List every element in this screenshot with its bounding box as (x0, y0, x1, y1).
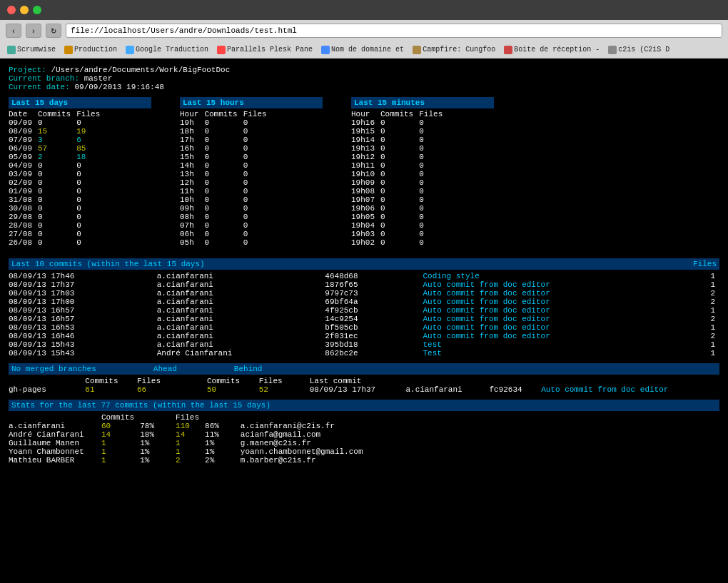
minimize-button[interactable] (20, 6, 29, 14)
table-row: 03/0900 (9, 170, 106, 178)
last-15-hours-header: Last 15 hours (180, 97, 323, 108)
table-row: gh-pages 61 66 50 52 08/09/13 17h37 a.ci… (9, 385, 719, 394)
close-button[interactable] (7, 6, 16, 14)
campfire-icon (413, 46, 421, 54)
branches-section-header: No merged branches Ahead Behind (9, 363, 719, 375)
table-row: 08/09/13 15h43 a.cianfarani 395bd18 test… (9, 340, 719, 349)
branches-ahead-label: Ahead (153, 365, 177, 373)
table-row: 08/09/13 17h46 a.cianfarani 4648d68 Codi… (9, 272, 719, 280)
titlebar (0, 0, 728, 20)
bookmarks-bar: Scrumwise Production Google Traduction P… (0, 41, 728, 59)
table-row: 12h00 (180, 178, 273, 187)
date-label: Current date: (9, 83, 70, 91)
table-row: 10h00 (180, 196, 273, 204)
branches-table: Commits Files Commits Files Last commit … (9, 377, 719, 394)
table-row: 19h0300 (351, 230, 448, 238)
stats-authors-section: Stats for the last 77 commits (within th… (9, 400, 719, 465)
table-row: 26/0800 (9, 238, 106, 247)
forward-button[interactable]: › (26, 24, 41, 38)
table-row: 18h00 (180, 127, 273, 136)
branch-label: Current branch: (9, 74, 79, 83)
branch-name: master (84, 74, 113, 83)
table-row: Guillaume Manen 1 1% 1 1% g.manen@c2is.f… (9, 439, 369, 447)
table-row: 19h0700 (351, 196, 448, 204)
scrumwise-icon (7, 46, 16, 54)
table-row: 19h1200 (351, 153, 448, 161)
table-row: 19h0900 (351, 178, 448, 187)
google-traduction-icon (126, 46, 134, 54)
table-row: 19h1400 (351, 136, 448, 144)
parallels-icon (217, 46, 226, 54)
table-row: 19h1600 (351, 118, 448, 127)
table-row: 08/09/13 16h57 a.cianfarani 4f925cb Auto… (9, 306, 719, 315)
table-row: 13h00 (180, 170, 273, 178)
table-row: 17h00 (180, 136, 273, 144)
table-row: 19h1100 (351, 161, 448, 170)
commits-section-header: Last 10 commits (within the last 15 days… (9, 258, 719, 270)
branches-col-header-row: Commits Files Commits Files Last commit (9, 377, 719, 385)
table-row: 29/0800 (9, 213, 106, 221)
back-button[interactable]: ‹ (6, 24, 21, 38)
commits-title: Last 10 commits (within the last 15 days… (11, 260, 205, 268)
table-row: 31/0800 (9, 196, 106, 204)
bookmark-google-traduction[interactable]: Google Traduction (123, 45, 211, 55)
table-row: 08/09/13 16h53 a.cianfarani bf505cb Auto… (9, 323, 719, 332)
last-15-days-table: Last 15 days Date Commits Files 09/0900 … (9, 97, 151, 247)
table-row: 19h1000 (351, 170, 448, 178)
table-row: Yoann Chambonnet 1 1% 1 1% yoann.chambon… (9, 447, 369, 456)
table-row: Mathieu BARBER 1 1% 2 2% m.barber@c2is.f… (9, 456, 369, 465)
bookmark-campfire[interactable]: Campfire: Cungfoo (410, 45, 498, 55)
table-row: 19h0600 (351, 204, 448, 213)
table-row: André Cianfarani 14 18% 14 11% acianfa@g… (9, 430, 369, 439)
hours-hour-col: Hour (180, 110, 204, 118)
table-row: 19h0400 (351, 221, 448, 230)
table-row: 08/09/13 17h00 a.cianfarani 69bf64a Auto… (9, 298, 719, 306)
bookmark-production[interactable]: Production (61, 45, 120, 55)
table-row: 19h1300 (351, 144, 448, 153)
table-row: 28/0800 (9, 221, 106, 230)
table-row: 19h0200 (351, 238, 448, 247)
table-row: 30/0800 (9, 204, 106, 213)
address-bar[interactable] (66, 24, 722, 38)
last-15-days-header: Last 15 days (9, 97, 151, 108)
domaine-icon (321, 46, 330, 54)
table-row: 05/09218 (9, 153, 106, 161)
last-15-minutes-header: Last 15 minutes (351, 97, 494, 108)
authors-col-header-row: Commits Files (9, 413, 369, 422)
last-15-minutes-table: Last 15 minutes Hour Commits Files 19h16… (351, 97, 494, 247)
maximize-button[interactable] (33, 6, 41, 14)
project-path: /Users/andre/Documents/Work/BigFootDoc (51, 66, 230, 74)
stats-grid: Last 15 days Date Commits Files 09/0900 … (9, 97, 719, 247)
project-info: Project: /Users/andre/Documents/Work/Big… (9, 66, 719, 91)
last-15-hours-table: Last 15 hours Hour Commits Files 19h00 1… (180, 97, 323, 247)
bookmark-domaine[interactable]: Nom de domaine et (318, 45, 407, 55)
table-row: 14h00 (180, 161, 273, 170)
commits-section: Last 10 commits (within the last 15 days… (9, 258, 719, 358)
browser-toolbar: ‹ › ↻ (0, 20, 728, 41)
table-row: 11h00 (180, 187, 273, 196)
current-date: 09/09/2013 19:16:48 (74, 83, 163, 91)
bookmark-scrumwise[interactable]: Scrumwise (4, 45, 59, 55)
table-row: 15h00 (180, 153, 273, 161)
table-row: 16h00 (180, 144, 273, 153)
days-date-col: Date (9, 110, 38, 118)
table-row: 08h00 (180, 213, 273, 221)
branches-title: No merged branches (11, 365, 96, 373)
table-row: 06h00 (180, 230, 273, 238)
table-row: 19h00 (180, 118, 273, 127)
table-row: 08/091519 (9, 127, 106, 136)
c2is-icon (608, 46, 617, 54)
table-row: 08/09/13 17h37 a.cianfarani 1876f65 Auto… (9, 280, 719, 289)
table-row: 27/0800 (9, 230, 106, 238)
table-row: 09/0900 (9, 118, 106, 127)
branches-section: No merged branches Ahead Behind Commits … (9, 363, 719, 394)
table-row: 09h00 (180, 204, 273, 213)
production-icon (64, 46, 73, 54)
table-row: 19h0500 (351, 213, 448, 221)
bookmark-boite[interactable]: Boite de réception - (501, 45, 602, 55)
bookmark-c2is[interactable]: c2is (C2iS D (605, 45, 672, 55)
bookmark-parallels[interactable]: Parallels Plesk Pane (214, 45, 315, 55)
days-files-col: Files (76, 110, 106, 118)
reload-button[interactable]: ↻ (46, 24, 61, 38)
branches-behind-label: Behind (234, 365, 263, 373)
